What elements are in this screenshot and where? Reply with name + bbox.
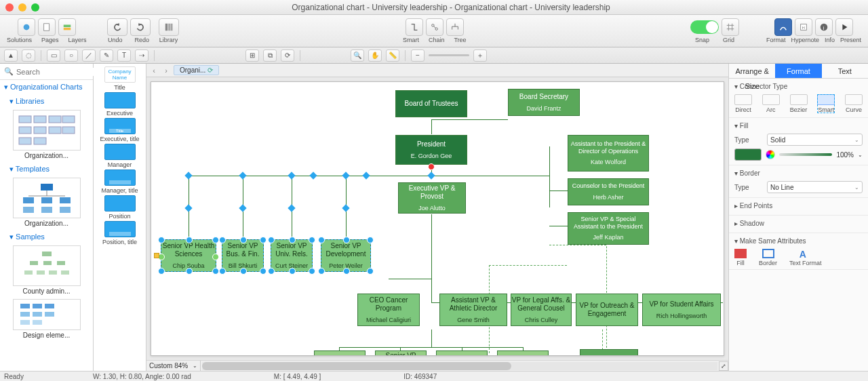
stencil-executive[interactable] [104, 92, 136, 108]
library-button[interactable] [159, 18, 179, 36]
tab-refresh-icon[interactable]: ⟳ [208, 66, 213, 74]
opacity-stepper-icon[interactable]: ⌄ [858, 152, 863, 158]
node-svp-dev[interactable]: Senior VP Development Peter Weiler [321, 239, 371, 272]
section-fill[interactable]: ▾ Fill [734, 121, 863, 132]
node-vp-outreach[interactable]: VP for Outreach & Engagement [576, 294, 638, 326]
layers-button[interactable] [58, 18, 76, 36]
section-libraries[interactable]: ▾ Libraries [0, 94, 93, 108]
line-tool[interactable]: ／ [82, 49, 96, 62]
same-text-button[interactable]: AText Format [789, 249, 822, 266]
stencil-executive-title[interactable]: Title [104, 118, 136, 134]
rotate-tool[interactable]: ⟳ [281, 49, 294, 62]
template-thumb-1[interactable] [13, 178, 81, 218]
connector-type-bezier[interactable]: Bezier [790, 94, 808, 113]
node-vp-ag[interactable]: VP, Ag. Admin. Bobby Moser [314, 350, 366, 356]
connector-type-curve[interactable]: Curve [845, 94, 863, 113]
section-templates[interactable]: ▾ Templates [0, 162, 93, 176]
node-provost[interactable]: Executive VP & Provost Joe Alutto [398, 182, 466, 214]
section-same-attrs[interactable]: ▾ Make Same Attributes [734, 236, 863, 247]
pages-button[interactable] [38, 18, 56, 36]
node-vp-legal[interactable]: VP for Legal Affs. & General Cousel Chri… [511, 294, 572, 326]
format-button[interactable] [774, 18, 792, 36]
redo-button[interactable] [130, 18, 151, 36]
node-deans[interactable]: Deans [497, 350, 549, 356]
tab-prev-button[interactable]: ‹ [149, 66, 159, 75]
connection-handle-icon[interactable] [428, 163, 435, 170]
present-button[interactable] [835, 18, 853, 36]
node-assistant-pres[interactable]: Assistant to the President & Director of… [568, 135, 649, 172]
zoom-in-button[interactable]: ＋ [473, 49, 487, 62]
smart-connector-button[interactable] [406, 18, 423, 36]
inspector-tab-text[interactable]: Text [822, 64, 868, 78]
stencil-manager-title[interactable] [104, 169, 136, 186]
node-foegler[interactable]: Terry Foegler [580, 349, 638, 356]
node-avp-athletic[interactable]: Assistant VP & Athletic Director Gene Sm… [439, 294, 507, 326]
text-tool[interactable]: T [117, 49, 131, 62]
rect-tool[interactable]: ▭ [47, 49, 60, 62]
pointer-tool[interactable]: ▲ [4, 49, 18, 62]
connector-tool[interactable]: ⇢ [135, 49, 149, 62]
minimize-icon[interactable] [18, 3, 26, 12]
info-button[interactable]: i [815, 18, 833, 36]
section-samples[interactable]: ▾ Samples [0, 230, 93, 244]
node-svp-busfin[interactable]: Senior VP Bus. & Fin. Bill Shkurti [222, 239, 264, 272]
zoom-out-button[interactable]: − [411, 49, 425, 62]
lasso-tool[interactable]: ◌ [22, 49, 35, 62]
zoom-select[interactable]: Custom 84%⌄ [146, 361, 201, 371]
ellipse-tool[interactable]: ○ [64, 49, 78, 62]
undo-button[interactable] [107, 18, 127, 36]
node-secretary[interactable]: Board Secretary David Frantz [508, 89, 580, 116]
sample-thumb-1[interactable] [13, 245, 81, 286]
node-president[interactable]: President E. Gordon Gee [395, 135, 467, 165]
sample-thumb-2[interactable] [13, 299, 81, 330]
connector-type-direct[interactable]: Direct [734, 94, 752, 113]
zoom-tool[interactable]: 🔍 [351, 49, 364, 62]
group-tool[interactable]: ⧉ [263, 49, 277, 62]
node-board[interactable]: Board of Trustees [395, 90, 467, 117]
grid-button[interactable] [722, 18, 739, 36]
h-scrollbar[interactable] [202, 362, 717, 370]
measure-tool[interactable]: 📏 [386, 49, 399, 62]
node-svp-research[interactable]: Senior VP Research Bob McGrath [375, 350, 427, 356]
inspector-tab-arrange[interactable]: Arrange & Size [729, 64, 775, 78]
section-endpoints[interactable]: ▸ End Points [734, 201, 863, 212]
solutions-button[interactable] [18, 18, 35, 36]
tree-connector-button[interactable] [446, 18, 464, 36]
fill-type-select[interactable]: Solid⌄ [767, 134, 863, 146]
zoom-slider[interactable] [429, 54, 469, 56]
opacity-slider[interactable] [779, 153, 832, 156]
pen-tool[interactable]: ✎ [100, 49, 113, 62]
section-border[interactable]: ▾ Border [734, 168, 863, 180]
section-org-charts[interactable]: ▾ Organizational Charts [0, 80, 93, 94]
stencil-position[interactable] [104, 195, 136, 212]
maximize-icon[interactable] [31, 3, 39, 12]
align-tool[interactable]: ⊞ [245, 49, 259, 62]
node-svp-univrel[interactable]: Senior VP Univ. Rels. Curt Steiner [271, 239, 313, 272]
connector-type-smart[interactable]: Smart [817, 94, 835, 113]
same-border-button[interactable]: Border [759, 249, 777, 266]
stencil-manager[interactable] [104, 144, 136, 160]
chain-connector-button[interactable] [426, 18, 443, 36]
node-asu[interactable]: Academic Support Units [436, 350, 488, 356]
library-thumb-1[interactable] [13, 110, 81, 151]
page-fit-icon[interactable]: ⤢ [719, 361, 728, 371]
stencil-company[interactable]: Company Name [104, 66, 136, 83]
drawing-canvas[interactable]: Board of Trustees Board Secretary David … [151, 81, 724, 356]
node-counselor[interactable]: Counselor to the President Herb Asher [568, 178, 649, 205]
tab-next-button[interactable]: › [161, 66, 171, 75]
inspector-tab-format[interactable]: Format [775, 64, 821, 78]
snap-toggle[interactable] [690, 20, 719, 34]
close-icon[interactable] [5, 3, 14, 12]
color-wheel-icon[interactable] [766, 150, 775, 159]
node-svp-special[interactable]: Senior VP & Special Assistant to the Pre… [568, 212, 649, 245]
connector-type-arc[interactable]: Arc [762, 94, 780, 113]
library-search[interactable]: 🔍 ★ [0, 64, 93, 80]
hypernote-button[interactable]: H [795, 18, 812, 36]
stencil-position-title[interactable] [104, 221, 136, 237]
document-tab-1[interactable]: Organi... ⟳ [174, 65, 219, 75]
hand-tool[interactable]: ✋ [368, 49, 382, 62]
section-connector-type[interactable]: ▾ Connector Type [734, 81, 863, 93]
node-svp-health[interactable]: Senior VP Health Sciences Chip Souba [161, 239, 216, 272]
node-vp-student[interactable]: VP for Student Affairs Rich Hollingswort… [642, 294, 721, 326]
rotate-handle-icon[interactable] [154, 253, 159, 258]
